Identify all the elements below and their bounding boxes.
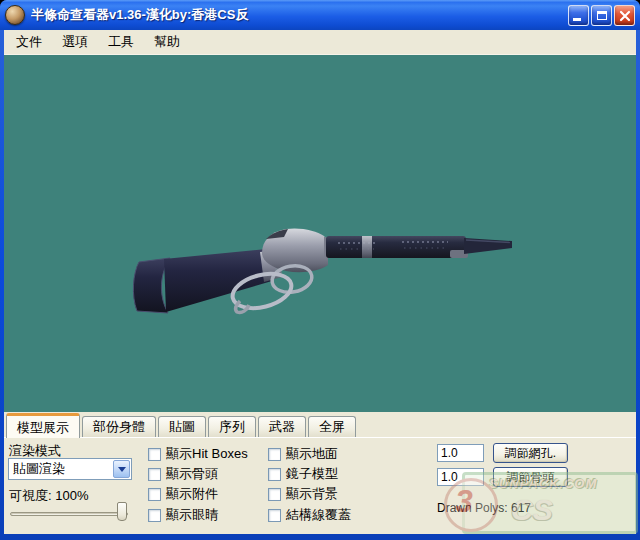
- checkbox-show-hitboxes[interactable]: 顯示Hit Boxes: [148, 445, 248, 463]
- checkbox-box[interactable]: [268, 468, 281, 481]
- checkbox-box[interactable]: [268, 509, 281, 522]
- checkbox-show-eyes[interactable]: 顯示眼睛: [148, 506, 218, 524]
- close-button[interactable]: [614, 5, 635, 26]
- slider-thumb[interactable]: [117, 502, 127, 521]
- window-controls: [568, 5, 635, 26]
- checkbox-show-ground[interactable]: 顯示地面: [268, 445, 338, 463]
- tab-textures[interactable]: 貼圖: [158, 416, 206, 437]
- render-mode-value: 貼圖渲染: [9, 460, 112, 478]
- checkbox-box[interactable]: [148, 509, 161, 522]
- menu-file[interactable]: 文件: [6, 30, 52, 54]
- checkbox-wireframe-overlay[interactable]: 結構線覆蓋: [268, 506, 351, 524]
- checkbox-box[interactable]: [148, 448, 161, 461]
- tab-sequences[interactable]: 序列: [208, 416, 256, 437]
- drawn-polys-status: Drawn Polys: 617: [437, 501, 531, 515]
- visibility-slider[interactable]: [8, 500, 130, 524]
- close-icon: [619, 10, 631, 22]
- menu-help[interactable]: 幫助: [144, 30, 190, 54]
- checkbox-show-bones[interactable]: 顯示骨頭: [148, 465, 218, 483]
- maximize-icon: [597, 11, 607, 20]
- menu-bar: 文件 選項 工具 幫助: [4, 30, 636, 55]
- checkbox-box[interactable]: [268, 488, 281, 501]
- render-mode-select[interactable]: 貼圖渲染: [8, 458, 132, 480]
- checkbox-label: 顯示眼睛: [166, 506, 218, 524]
- menu-tools[interactable]: 工具: [98, 30, 144, 54]
- checkbox-show-attachments[interactable]: 顯示附件: [148, 485, 218, 503]
- minimize-icon: [573, 18, 581, 21]
- weapon-model: [4, 55, 636, 412]
- chevron-down-icon: [118, 467, 126, 472]
- tab-model-display[interactable]: 模型展示: [6, 413, 80, 438]
- maximize-button[interactable]: [591, 5, 612, 26]
- checkbox-label: 顯示附件: [166, 485, 218, 503]
- bone-scale-input[interactable]: [437, 468, 484, 486]
- tab-strip: 模型展示 部份身體 貼圖 序列 武器 全屏: [4, 412, 636, 437]
- app-icon: [5, 5, 25, 25]
- checkbox-label: 結構線覆蓋: [286, 506, 351, 524]
- checkbox-mirror-model[interactable]: 鏡子模型: [268, 465, 338, 483]
- menu-options[interactable]: 選項: [52, 30, 98, 54]
- checkbox-label: 鏡子模型: [286, 465, 338, 483]
- checkbox-box[interactable]: [148, 488, 161, 501]
- tab-body-parts[interactable]: 部份身體: [82, 416, 156, 437]
- control-panel: 渲染模式 貼圖渲染 可視度: 100% 顯示Hit Boxes 顯示骨頭 顯示附…: [4, 437, 636, 534]
- window-title: 半條命查看器v1.36-漢化by:香港CS反: [31, 6, 568, 24]
- checkbox-label: 顯示骨頭: [166, 465, 218, 483]
- checkbox-label: 顯示Hit Boxes: [166, 445, 248, 463]
- checkbox-box[interactable]: [148, 468, 161, 481]
- checkbox-label: 顯示地面: [286, 445, 338, 463]
- minimize-button[interactable]: [568, 5, 589, 26]
- tab-weapons[interactable]: 武器: [258, 416, 306, 437]
- tab-fullscreen[interactable]: 全屏: [308, 416, 356, 437]
- title-bar: 半條命查看器v1.36-漢化by:香港CS反: [0, 0, 640, 30]
- slider-track: [10, 512, 128, 516]
- adjust-mesh-button[interactable]: 調節網孔.: [493, 443, 568, 463]
- checkbox-show-background[interactable]: 顯示背景: [268, 485, 338, 503]
- checkbox-label: 顯示背景: [286, 485, 338, 503]
- adjust-bones-button[interactable]: 調節骨頭: [493, 467, 568, 487]
- mesh-scale-input[interactable]: [437, 444, 484, 462]
- model-viewport[interactable]: [4, 55, 636, 412]
- checkbox-box[interactable]: [268, 448, 281, 461]
- combo-dropdown-button[interactable]: [113, 460, 130, 478]
- app-window: 半條命查看器v1.36-漢化by:香港CS反 文件 選項 工具 幫助: [0, 0, 640, 540]
